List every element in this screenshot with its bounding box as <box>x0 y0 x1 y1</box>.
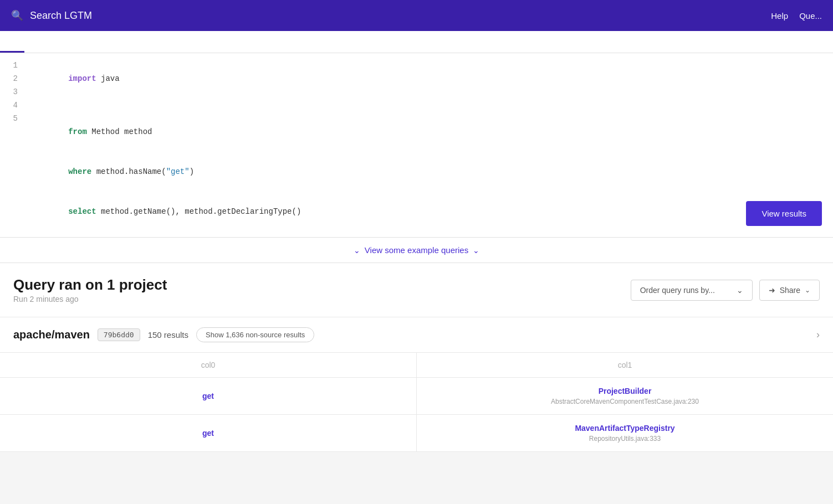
query-ran-right: Order query runs by... ⌄ ➜ Share ⌄ <box>631 280 820 301</box>
navbar-right: Help Que... <box>771 11 822 20</box>
code-line-2 <box>31 99 829 112</box>
query-ran-header: Query ran on 1 project Run 2 minutes ago… <box>0 263 833 317</box>
col1-sub-value: AbstractCoreMavenComponentTestCase.java:… <box>430 398 820 405</box>
table-row: getMavenArtifactTypeRegistryRepositoryUt… <box>0 415 833 452</box>
line-num-4: 4 <box>9 99 18 112</box>
col1-main-value[interactable]: MavenArtifactTypeRegistry <box>430 424 820 433</box>
line-num-1: 1 <box>9 59 18 72</box>
navbar: 🔍 Search LGTM Help Que... <box>0 0 833 31</box>
col1-main-value[interactable]: ProjectBuilder <box>430 387 820 395</box>
code-text-end: ) <box>190 167 194 176</box>
share-chevron-icon: ⌄ <box>805 286 810 294</box>
keyword-select: select <box>68 207 96 216</box>
project-header: apache/maven 79b6dd0 150 results Show 1,… <box>0 317 833 353</box>
keyword-import: import <box>68 74 96 83</box>
code-line-1: import java <box>31 59 829 99</box>
code-lines: import java from Method method where met… <box>27 59 833 232</box>
code-text: Method method <box>87 127 152 136</box>
results-count: 150 results <box>148 330 188 340</box>
col1-sub-value: RepositoryUtils.java:333 <box>430 435 820 443</box>
code-editor[interactable]: 1 2 3 4 5 import java from Method method… <box>0 53 833 237</box>
chevron-down-icon: ⌄ <box>737 286 743 295</box>
keyword-from: from <box>68 127 87 136</box>
line-num-3: 3 <box>9 85 18 99</box>
table-cell-col1: MavenArtifactTypeRegistryRepositoryUtils… <box>417 415 834 452</box>
editor-container: 1 2 3 4 5 import java from Method method… <box>0 31 833 238</box>
navbar-title: Search LGTM <box>30 10 92 22</box>
col0-link[interactable]: get <box>202 392 214 400</box>
chevron-right-icon: ⌄ <box>473 246 479 255</box>
col1-header: col1 <box>417 353 834 378</box>
table-cell-col1: ProjectBuilderAbstractCoreMavenComponent… <box>417 378 834 415</box>
code-line-5: select method.getName(), method.getDecla… <box>31 192 829 232</box>
share-label: Share <box>780 286 800 295</box>
share-button[interactable]: ➜ Share ⌄ <box>759 280 820 301</box>
commit-badge: 79b6dd0 <box>98 328 140 341</box>
example-queries-bar[interactable]: ⌄ View some example queries ⌄ <box>0 238 833 263</box>
non-source-button[interactable]: Show 1,636 non-source results <box>196 327 314 342</box>
search-icon: 🔍 <box>11 9 23 22</box>
navbar-left: 🔍 Search LGTM <box>11 9 92 22</box>
order-dropdown-label: Order query runs by... <box>640 286 715 295</box>
editor-tab-bar <box>0 31 833 53</box>
results-section: Query ran on 1 project Run 2 minutes ago… <box>0 263 833 452</box>
project-name[interactable]: apache/maven <box>13 328 90 341</box>
example-queries-label[interactable]: View some example queries <box>365 245 468 255</box>
queries-link[interactable]: Que... <box>799 11 822 20</box>
help-link[interactable]: Help <box>771 11 788 20</box>
query-ran-info: Query ran on 1 project Run 2 minutes ago <box>13 276 167 304</box>
share-icon: ➜ <box>769 286 775 295</box>
order-dropdown[interactable]: Order query runs by... ⌄ <box>631 280 753 301</box>
code-text: method.hasName( <box>91 167 166 176</box>
line-numbers: 1 2 3 4 5 <box>0 59 27 232</box>
expand-icon[interactable]: › <box>816 329 820 341</box>
query-ran-subtitle: Run 2 minutes ago <box>13 295 167 304</box>
line-num-5: 5 <box>9 112 18 125</box>
results-table: col0 col1 getProjectBuilderAbstractCoreM… <box>0 353 833 452</box>
table-row: getProjectBuilderAbstractCoreMavenCompon… <box>0 378 833 415</box>
table-cell-col0: get <box>0 415 417 452</box>
keyword-where: where <box>68 167 91 176</box>
code-line-4: where method.hasName("get") <box>31 152 829 192</box>
query-ran-title: Query ran on 1 project <box>13 276 167 294</box>
chevron-left-icon: ⌄ <box>354 246 360 255</box>
string-literal: "get" <box>166 167 190 176</box>
col0-header: col0 <box>0 353 417 378</box>
col0-link[interactable]: get <box>202 429 214 438</box>
table-header-row: col0 col1 <box>0 353 833 378</box>
code-text: java <box>96 74 120 83</box>
table-cell-col0: get <box>0 378 417 415</box>
editor-tab[interactable] <box>0 31 24 53</box>
code-text: method.getName(), method.getDeclaringTyp… <box>96 207 301 216</box>
line-num-2: 2 <box>9 72 18 85</box>
code-line-3: from Method method <box>31 112 829 152</box>
view-results-button[interactable]: View results <box>746 201 822 226</box>
